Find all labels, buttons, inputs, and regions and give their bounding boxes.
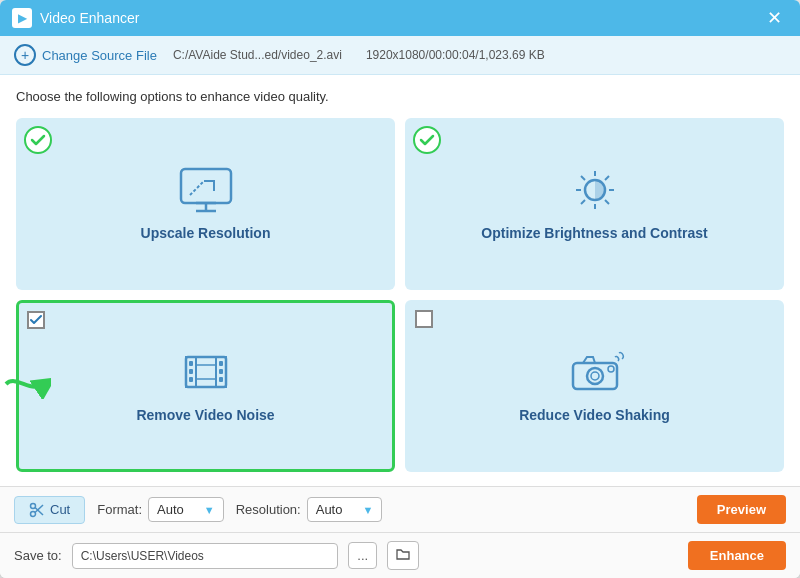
- svg-line-10: [581, 176, 585, 180]
- file-path: C:/AVAide Stud...ed/video_2.avi: [173, 48, 342, 62]
- browse-button[interactable]: ...: [348, 542, 377, 569]
- format-label: Format:: [97, 502, 142, 517]
- svg-point-30: [31, 503, 36, 508]
- camera-icon: [565, 347, 625, 397]
- svg-line-13: [581, 200, 585, 204]
- svg-rect-24: [219, 377, 223, 382]
- video-enhancer-window: ▶ Video Enhancer ✕ + Change Source File …: [0, 0, 800, 578]
- svg-rect-0: [181, 169, 231, 203]
- save-icon-button[interactable]: [387, 541, 419, 570]
- change-source-label: Change Source File: [42, 48, 157, 63]
- cut-button[interactable]: Cut: [14, 496, 85, 524]
- preview-button[interactable]: Preview: [697, 495, 786, 524]
- format-value: Auto: [157, 502, 184, 517]
- monitor-icon: [176, 165, 236, 215]
- format-group: Format: Auto ▼: [97, 497, 223, 522]
- bottom-bar: Cut Format: Auto ▼ Resolution: Auto ▼ Pr…: [0, 486, 800, 532]
- brightness-label: Optimize Brightness and Contrast: [481, 225, 707, 241]
- enhance-button[interactable]: Enhance: [688, 541, 786, 570]
- options-grid: Upscale Resolution: [16, 118, 784, 472]
- format-dropdown[interactable]: Auto ▼: [148, 497, 224, 522]
- svg-rect-22: [219, 361, 223, 366]
- format-dropdown-arrow: ▼: [204, 504, 215, 516]
- svg-line-11: [605, 200, 609, 204]
- svg-line-12: [605, 176, 609, 180]
- title-bar: ▶ Video Enhancer ✕: [0, 0, 800, 36]
- option-upscale[interactable]: Upscale Resolution: [16, 118, 395, 290]
- save-to-label: Save to:: [14, 548, 62, 563]
- file-meta: 1920x1080/00:00:04/1,023.69 KB: [366, 48, 545, 62]
- folder-icon: [396, 547, 410, 561]
- upscale-label: Upscale Resolution: [141, 225, 271, 241]
- toolbar: + Change Source File C:/AVAide Stud...ed…: [0, 36, 800, 75]
- noise-label: Remove Video Noise: [136, 407, 274, 423]
- shaking-label: Reduce Video Shaking: [519, 407, 670, 423]
- svg-point-26: [587, 368, 603, 384]
- svg-point-27: [591, 372, 599, 380]
- title-bar-left: ▶ Video Enhancer: [12, 8, 139, 28]
- resolution-label: Resolution:: [236, 502, 301, 517]
- shaking-checkbox[interactable]: [415, 310, 433, 328]
- film-icon: [176, 347, 236, 397]
- add-icon: +: [14, 44, 36, 66]
- scissors-icon: [29, 502, 45, 518]
- option-noise[interactable]: Remove Video Noise: [16, 300, 395, 472]
- close-button[interactable]: ✕: [761, 7, 788, 29]
- window-title: Video Enhancer: [40, 10, 139, 26]
- instructions-text: Choose the following options to enhance …: [16, 89, 784, 104]
- option-shaking[interactable]: Reduce Video Shaking: [405, 300, 784, 472]
- brightness-checkbox[interactable]: [413, 126, 441, 154]
- save-bar: Save to: ... Enhance: [0, 532, 800, 578]
- arrow-indicator: [1, 369, 51, 403]
- upscale-checkbox[interactable]: [24, 126, 52, 154]
- save-path-input[interactable]: [72, 543, 339, 569]
- sun-icon: [565, 165, 625, 215]
- resolution-dropdown-arrow: ▼: [362, 504, 373, 516]
- main-content: Choose the following options to enhance …: [0, 75, 800, 486]
- cut-label: Cut: [50, 502, 70, 517]
- resolution-dropdown[interactable]: Auto ▼: [307, 497, 383, 522]
- svg-rect-23: [219, 369, 223, 374]
- svg-rect-19: [189, 361, 193, 366]
- svg-point-29: [31, 511, 36, 516]
- svg-rect-21: [189, 377, 193, 382]
- change-source-button[interactable]: + Change Source File: [14, 44, 157, 66]
- noise-checkbox[interactable]: [27, 311, 45, 329]
- svg-rect-20: [189, 369, 193, 374]
- resolution-group: Resolution: Auto ▼: [236, 497, 383, 522]
- resolution-value: Auto: [316, 502, 343, 517]
- app-icon: ▶: [12, 8, 32, 28]
- option-brightness[interactable]: Optimize Brightness and Contrast: [405, 118, 784, 290]
- svg-point-28: [608, 366, 614, 372]
- svg-line-4: [190, 181, 204, 195]
